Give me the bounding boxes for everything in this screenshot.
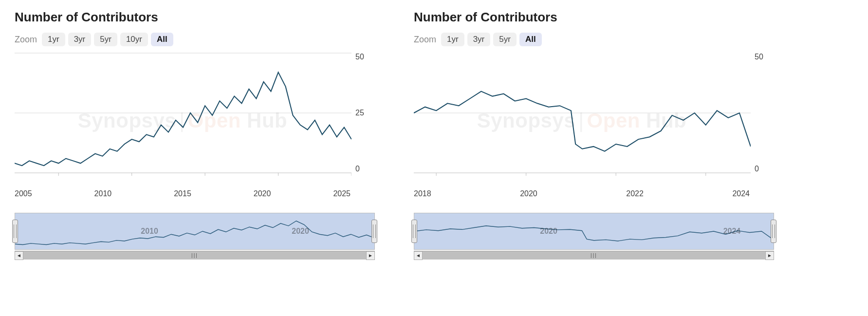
zoom-label: Zoom [414, 35, 436, 45]
x-tick-label: 2020 [254, 189, 271, 198]
x-tick-label: 2025 [333, 189, 351, 198]
plot-area[interactable]: Synopsys|Open Hub500 [414, 50, 774, 186]
zoom-button-all[interactable]: All [151, 33, 173, 46]
navigator-svg [414, 213, 774, 249]
zoom-button-all[interactable]: All [519, 33, 542, 46]
zoom-button-5yr[interactable]: 5yr [493, 33, 517, 46]
zoom-controls: Zoom1yr3yr5yrAll [414, 33, 774, 46]
zoom-button-3yr[interactable]: 3yr [68, 33, 92, 46]
chart-title: Number of Contributors [15, 10, 375, 25]
zoom-button-1yr[interactable]: 1yr [42, 33, 65, 46]
range-navigator[interactable]: 20102020 [15, 213, 375, 250]
scroll-track[interactable]: ||| [23, 251, 366, 260]
x-tick-label: 2022 [626, 189, 644, 198]
data-series [414, 92, 751, 151]
zoom-button-1yr[interactable]: 1yr [441, 33, 464, 46]
navigator-scrollbar[interactable]: ◄|||► [414, 251, 774, 260]
chart-svg [15, 50, 351, 186]
zoom-button-10yr[interactable]: 10yr [120, 33, 148, 46]
navigator-handle-left[interactable] [12, 220, 18, 242]
x-axis: 20052010201520202025 [15, 187, 375, 198]
navigator-handle-right[interactable] [371, 220, 377, 242]
y-tick-label: 0 [355, 165, 360, 173]
x-axis: 2018202020222024 [414, 187, 774, 198]
plot-area[interactable]: Synopsys|Open Hub50250 [15, 50, 375, 186]
x-tick-label: 2020 [520, 189, 537, 198]
zoom-button-3yr[interactable]: 3yr [467, 33, 491, 46]
chart-title: Number of Contributors [414, 10, 774, 25]
scroll-right-button[interactable]: ► [366, 251, 375, 260]
x-tick-label: 2005 [15, 189, 32, 198]
y-tick-label: 25 [355, 109, 364, 117]
zoom-button-5yr[interactable]: 5yr [94, 33, 117, 46]
y-tick-label: 50 [355, 53, 364, 61]
scroll-left-button[interactable]: ◄ [15, 251, 23, 260]
navigator-svg [15, 213, 374, 249]
chart-svg [414, 50, 751, 186]
zoom-controls: Zoom1yr3yr5yr10yrAll [15, 33, 375, 46]
zoom-label: Zoom [15, 35, 37, 45]
y-tick-label: 50 [755, 53, 763, 61]
y-axis: 500 [751, 50, 774, 186]
data-series [15, 72, 351, 166]
range-navigator[interactable]: 20202024 [414, 213, 774, 250]
x-tick-label: 2010 [94, 189, 112, 198]
chart-panel: Number of ContributorsZoom1yr3yr5yr10yrA… [15, 10, 375, 260]
x-tick-label: 2024 [732, 189, 750, 198]
scroll-track[interactable]: ||| [423, 251, 765, 260]
x-tick-label: 2018 [414, 189, 431, 198]
navigator-scrollbar[interactable]: ◄|||► [15, 251, 375, 260]
y-tick-label: 0 [755, 165, 759, 173]
navigator-handle-left[interactable] [411, 220, 417, 242]
navigator-handle-right[interactable] [771, 220, 776, 242]
y-axis: 50250 [351, 50, 375, 186]
scroll-left-button[interactable]: ◄ [414, 251, 423, 260]
scroll-right-button[interactable]: ► [765, 251, 774, 260]
chart-panel: Number of ContributorsZoom1yr3yr5yrAllSy… [414, 10, 774, 260]
x-tick-label: 2015 [174, 189, 191, 198]
